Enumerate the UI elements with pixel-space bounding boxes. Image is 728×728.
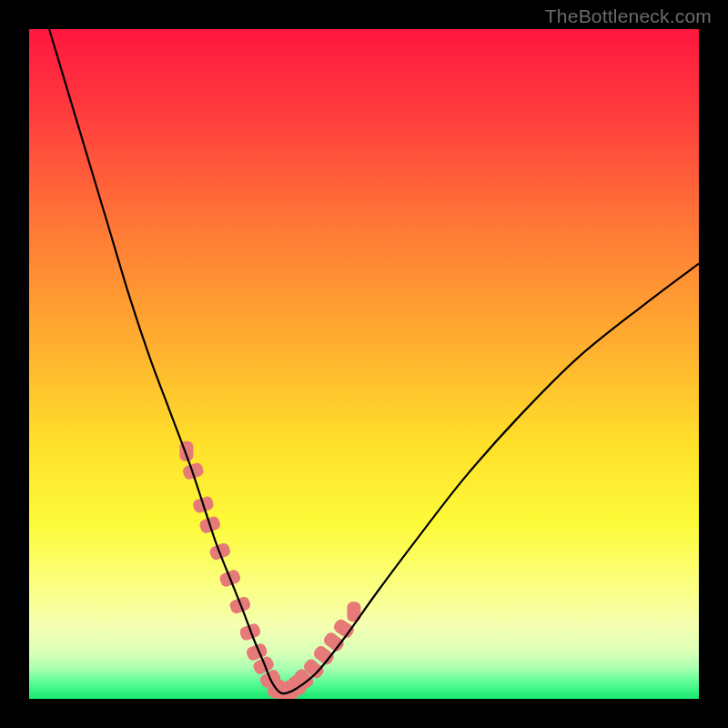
bottleneck-curve — [49, 29, 699, 693]
highlight-markers — [179, 441, 360, 699]
chart-frame: TheBottleneck.com — [0, 0, 728, 728]
curve-layer — [29, 29, 699, 699]
plot-area — [29, 29, 699, 699]
watermark-text: TheBottleneck.com — [545, 5, 712, 27]
